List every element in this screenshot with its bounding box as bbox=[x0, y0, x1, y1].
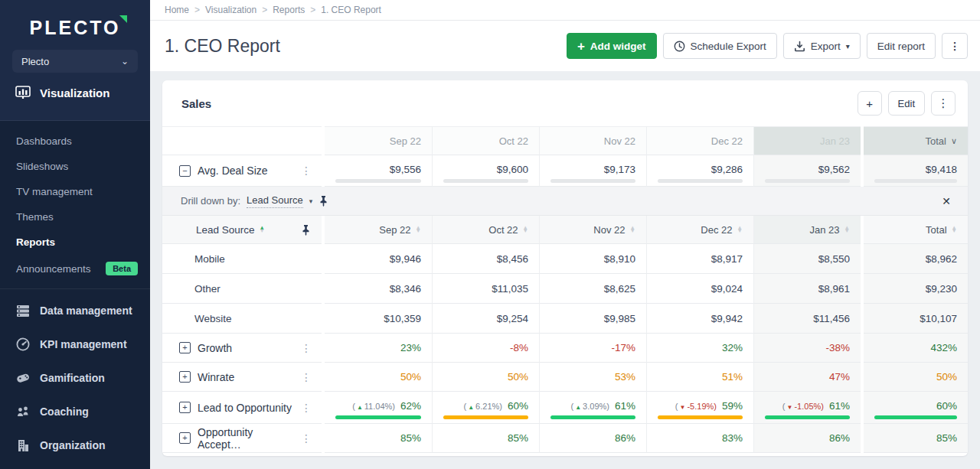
bar-chart-icon bbox=[15, 85, 31, 100]
expand-icon[interactable]: + bbox=[179, 402, 191, 413]
sort-icon[interactable]: ▲▼ bbox=[844, 226, 850, 233]
expand-icon[interactable]: + bbox=[179, 371, 191, 383]
widget-edit-button[interactable]: Edit bbox=[888, 91, 925, 116]
progress-bar bbox=[874, 179, 957, 183]
breadcrumb-visualization[interactable]: Visualization bbox=[205, 5, 256, 15]
subcolumn-header-nov22[interactable]: Nov 22▲▼ bbox=[539, 216, 646, 244]
breadcrumb-separator: > bbox=[194, 5, 200, 15]
column-header-nov22[interactable]: Nov 22 bbox=[539, 126, 646, 155]
expand-icon[interactable]: + bbox=[179, 432, 191, 444]
sidebar-module-gamification[interactable]: Gamification bbox=[0, 361, 150, 395]
row-menu-icon[interactable]: ⋮ bbox=[301, 342, 312, 354]
column-header-dec22[interactable]: Dec 22 bbox=[646, 126, 753, 155]
column-header-oct22[interactable]: Oct 22 bbox=[432, 126, 539, 155]
lto-cell: (-1.05%)61% bbox=[753, 392, 861, 424]
sort-icon[interactable]: ▲▼ bbox=[416, 226, 421, 233]
building-icon bbox=[16, 438, 30, 452]
pin-icon[interactable] bbox=[301, 224, 311, 236]
sidebar-item-announcements[interactable]: Announcements Beta bbox=[0, 255, 150, 282]
progress-bar bbox=[874, 415, 957, 419]
widget-menu-button[interactable]: ⋮ bbox=[931, 91, 956, 116]
row-opportunity-acceptance: + Opportunity Accept… ⋮ 85% 85% 86% 83% … bbox=[162, 424, 968, 453]
sidebar-item-themes[interactable]: Themes bbox=[0, 204, 150, 230]
drilldown-band: Drill down by: Lead Source ▾ ✕ bbox=[162, 187, 968, 216]
sort-icon[interactable]: ▲▼ bbox=[523, 226, 528, 233]
cell: $8,917 bbox=[646, 244, 753, 274]
progress-bar bbox=[443, 415, 528, 419]
cell: 83% bbox=[646, 424, 753, 453]
cell: $9,254 bbox=[432, 304, 539, 334]
cell: 432% bbox=[864, 334, 968, 363]
table-header-row: Sep 22 Oct 22 Nov 22 Dec 22 Jan 23 Total… bbox=[162, 126, 968, 155]
sidebar-module-data-management[interactable]: Data management bbox=[0, 294, 150, 327]
subcolumn-header-sep22[interactable]: Sep 22▲▼ bbox=[325, 216, 432, 244]
cell: 86% bbox=[753, 424, 861, 453]
row-label: Avg. Deal Size bbox=[198, 164, 268, 177]
avg-cell-dec: $9,286 bbox=[646, 155, 753, 187]
subcolumn-header-oct22[interactable]: Oct 22▲▼ bbox=[432, 216, 539, 244]
row-menu-icon[interactable]: ⋮ bbox=[301, 164, 312, 177]
expand-icon[interactable]: + bbox=[179, 342, 191, 353]
sub-row-label: Mobile bbox=[162, 244, 322, 274]
sidebar-item-reports[interactable]: Reports bbox=[0, 230, 150, 255]
sidebar-module-organization[interactable]: Organization bbox=[0, 428, 150, 462]
cell: 50% bbox=[432, 363, 539, 392]
sidebar-item-slideshows[interactable]: Slideshows bbox=[0, 154, 150, 179]
export-button[interactable]: Export ▾ bbox=[783, 33, 861, 59]
row-menu-icon[interactable]: ⋮ bbox=[301, 371, 312, 383]
subcolumn-header-total[interactable]: Total▲▼ bbox=[864, 216, 968, 244]
row-menu-icon[interactable]: ⋮ bbox=[301, 432, 312, 445]
sales-widget-card: Sales + Edit ⋮ Sep 22 Oct 22 Nov 22 Dec … bbox=[162, 80, 968, 456]
avg-cell-sep: $9,556 bbox=[325, 155, 432, 187]
edit-report-button[interactable]: Edit report bbox=[867, 33, 936, 59]
sidebar-section-visualization[interactable]: Visualization bbox=[12, 73, 138, 111]
breadcrumb-home[interactable]: Home bbox=[165, 5, 189, 15]
sidebar-module-kpi-management[interactable]: KPI management bbox=[0, 327, 150, 361]
add-widget-button[interactable]: + Add widget bbox=[567, 33, 657, 59]
column-header-jan23[interactable]: Jan 23 bbox=[753, 126, 861, 155]
plus-icon: + bbox=[866, 97, 873, 110]
subcolumn-header-jan23[interactable]: Jan 23▲▼ bbox=[753, 216, 861, 244]
workspace-selector[interactable]: Plecto ⌄ bbox=[12, 50, 138, 73]
pin-icon[interactable] bbox=[318, 195, 328, 207]
sort-icon[interactable]: ▲▼ bbox=[737, 226, 743, 233]
row-label-cell: + Winrate ⋮ bbox=[162, 363, 322, 392]
collapse-icon[interactable]: − bbox=[179, 165, 191, 177]
subcolumn-header-dec22[interactable]: Dec 22▲▼ bbox=[646, 216, 753, 244]
row-growth: + Growth ⋮ 23% -8% -17% 32% -38% 432% bbox=[162, 334, 968, 363]
avg-cell-oct: $9,600 bbox=[432, 155, 539, 187]
sidebar-module-coaching[interactable]: Coaching bbox=[0, 395, 150, 428]
sort-icon[interactable]: ▲▼ bbox=[630, 226, 635, 233]
column-header-sep22[interactable]: Sep 22 bbox=[325, 126, 432, 155]
cell: $9,230 bbox=[864, 274, 968, 304]
progress-bar bbox=[550, 179, 635, 183]
trend-arrow-icon bbox=[680, 402, 686, 411]
breadcrumb: Home > Visualization > Reports > 1. CEO … bbox=[150, 0, 980, 21]
column-header-total[interactable]: Total ∨ bbox=[864, 126, 968, 155]
cell: 86% bbox=[539, 424, 646, 453]
widget-add-button[interactable]: + bbox=[858, 91, 882, 116]
report-menu-button[interactable]: ⋮ bbox=[942, 33, 968, 59]
subtable-row-other: Other $8,346 $11,035 $8,625 $9,024 $8,96… bbox=[162, 274, 968, 304]
cell: 23% bbox=[325, 334, 432, 363]
drilldown-field-select[interactable]: Lead Source bbox=[247, 194, 303, 208]
progress-bar bbox=[658, 179, 743, 183]
cell: $8,346 bbox=[325, 274, 432, 304]
row-menu-icon[interactable]: ⋮ bbox=[301, 402, 312, 414]
sort-icon[interactable]: ▲▼ bbox=[952, 226, 957, 233]
row-label-cell: + Growth ⋮ bbox=[162, 334, 322, 363]
caret-down-icon[interactable]: ▾ bbox=[309, 197, 313, 205]
close-icon[interactable]: ✕ bbox=[942, 195, 951, 207]
schedule-export-button[interactable]: Schedule Export bbox=[663, 33, 777, 59]
progress-bar bbox=[335, 179, 421, 183]
cell: $8,456 bbox=[432, 244, 539, 274]
sort-icon[interactable]: ▲▼ bbox=[260, 226, 265, 233]
breadcrumb-reports[interactable]: Reports bbox=[273, 5, 305, 15]
sidebar-item-dashboards[interactable]: Dashboards bbox=[0, 129, 150, 154]
header-empty-cell bbox=[162, 126, 322, 155]
sidebar-item-tv-management[interactable]: TV management bbox=[0, 179, 150, 204]
lto-cell: (-5.19%)59% bbox=[646, 392, 753, 424]
subtable-first-column-header[interactable]: Lead Source ▲▼ bbox=[162, 216, 322, 244]
row-label-cell: + Lead to Opportunity ⋮ bbox=[162, 392, 322, 424]
cell: $8,910 bbox=[539, 244, 646, 274]
